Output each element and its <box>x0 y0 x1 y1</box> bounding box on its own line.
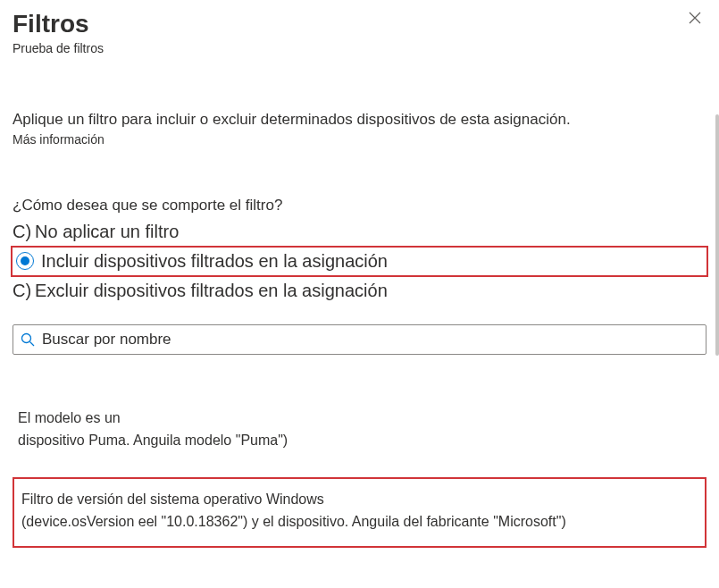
radio-exclude-label: Excluir dispositivos filtrados en la asi… <box>35 281 388 301</box>
radio-no-filter-prefix: C) <box>13 222 31 242</box>
radio-no-filter[interactable]: C) No aplicar un filtro <box>13 218 706 246</box>
filter-description: Aplique un filtro para incluir o excluir… <box>13 111 706 129</box>
filter-osversion-expression: (device.osVersion eel "10.0.18362") y el… <box>21 510 698 533</box>
svg-point-0 <box>22 333 31 342</box>
filter-model-expression: dispositivo Puma. Anguila modelo "Puma") <box>18 429 701 452</box>
radio-include-label: Incluir dispositivos filtrados en la asi… <box>41 251 388 272</box>
radio-selected-icon <box>16 252 34 270</box>
vertical-scrollbar[interactable] <box>714 0 719 588</box>
filter-mode-radio-group: C) No aplicar un filtro Incluir disposit… <box>13 218 706 305</box>
filter-result-model[interactable]: El modelo es un dispositivo Puma. Anguil… <box>13 401 706 458</box>
search-box[interactable] <box>13 324 706 355</box>
page-subtitle: Prueba de filtros <box>13 41 104 55</box>
scroll-thumb[interactable] <box>715 114 719 356</box>
filter-model-title: El modelo es un <box>18 407 701 430</box>
radio-exclude-filtered[interactable]: C) Excluir dispositivos filtrados en la … <box>13 277 706 305</box>
close-icon[interactable] <box>683 9 706 29</box>
page-title: Filtros <box>13 9 104 39</box>
radio-exclude-prefix: C) <box>13 281 31 301</box>
radio-include-filtered[interactable]: Incluir dispositivos filtrados en la asi… <box>11 246 708 277</box>
more-info-link[interactable]: Más información <box>13 132 706 147</box>
radio-no-filter-label: No aplicar un filtro <box>35 222 179 242</box>
filter-osversion-title: Filtro de versión del sistema operativo … <box>21 488 698 511</box>
svg-line-1 <box>30 341 35 346</box>
behavior-question: ¿Cómo desea que se comporte el filtro? <box>13 197 706 214</box>
filter-result-osversion[interactable]: Filtro de versión del sistema operativo … <box>13 477 706 548</box>
search-input[interactable] <box>42 331 698 349</box>
search-icon <box>21 332 35 347</box>
